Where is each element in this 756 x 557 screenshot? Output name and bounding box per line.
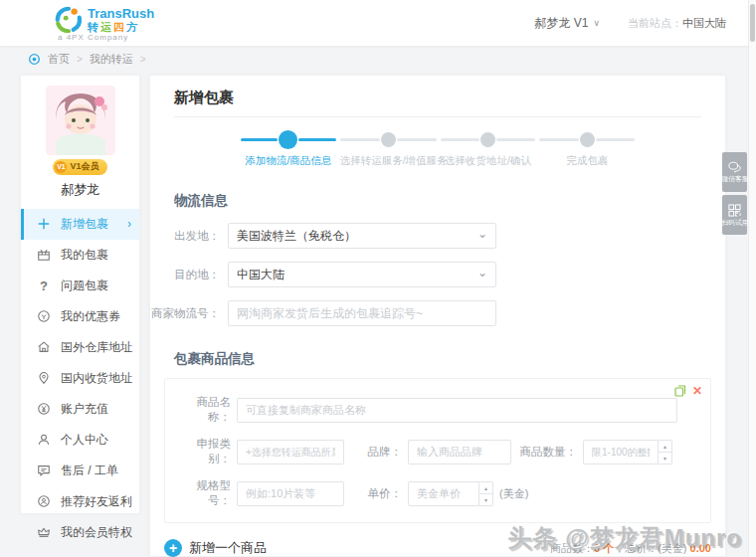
logistics-section-heading: 物流信息 xyxy=(174,192,701,210)
unit-price-input[interactable] xyxy=(408,481,479,506)
recharge-icon xyxy=(36,401,52,417)
origin-value: 美国波特兰（免税仓） xyxy=(237,228,356,245)
main-panel: 新增包裹 添加物流/商品信息 选择转运服务/增值服务 选择收货地址/确认 完成包… xyxy=(149,75,726,557)
sidebar-item-member-privileges[interactable]: 我的会员特权 xyxy=(21,517,139,548)
sidebar-item-coupons[interactable]: 我的优惠券 xyxy=(21,301,139,332)
unit-price-label: 单价： xyxy=(358,486,408,501)
plus-icon xyxy=(36,216,52,232)
add-product-label: 新增一个商品 xyxy=(189,539,267,557)
warehouse-icon xyxy=(36,339,52,355)
sidebar-item-label: 国内收货地址 xyxy=(61,370,132,387)
user-icon xyxy=(36,432,52,448)
product-name-label: 商品名称： xyxy=(175,395,237,425)
referral-icon xyxy=(36,493,52,509)
spinner-down-icon[interactable]: ▾ xyxy=(479,494,492,505)
sidebar-item-problem-packages[interactable]: ? 问题包裹 xyxy=(21,271,139,301)
step-dot xyxy=(480,132,495,147)
crown-icon xyxy=(36,524,52,540)
logo-swirl-icon xyxy=(54,5,84,35)
sidebar-item-label: 国外仓库地址 xyxy=(61,339,132,356)
user-dropdown[interactable]: 郝梦龙 V1 ∨ xyxy=(534,15,600,32)
step-label: 添加物流/商品信息 xyxy=(241,154,336,168)
destination-label: 目的地： xyxy=(150,268,228,282)
spec-model-input[interactable] xyxy=(237,481,344,506)
coupon-icon xyxy=(36,308,52,324)
wechat-service-icon xyxy=(728,161,742,173)
sidebar-item-recharge[interactable]: 账户充值 xyxy=(21,394,139,425)
vip-badge-label: V1会员 xyxy=(70,160,98,173)
sidebar-item-label: 问题包裹 xyxy=(61,278,108,294)
step-dot xyxy=(381,132,396,147)
goods-section-heading: 包裹商品信息 xyxy=(174,350,701,368)
breadcrumb-current[interactable]: 我的转运 xyxy=(90,52,133,67)
origin-select[interactable]: 美国波特兰（免税仓） ⌄ xyxy=(228,223,496,249)
package-icon xyxy=(36,247,52,263)
question-icon: ? xyxy=(36,278,52,293)
brand-subtitle: a 4PX Company xyxy=(58,33,128,42)
sidebar-item-label: 账户充值 xyxy=(61,401,108,418)
avatar xyxy=(46,86,115,155)
step-3: 选择收货地址/确认 xyxy=(441,129,536,168)
breadcrumb-home[interactable]: 首页 xyxy=(48,52,70,67)
sidebar-item-domestic-address[interactable]: 国内收货地址 xyxy=(21,363,139,394)
step-2: 选择转运服务/增值服务 xyxy=(340,129,437,168)
step-label: 选择转运服务/增值服务 xyxy=(340,154,437,168)
spinner-up-icon[interactable]: ▴ xyxy=(659,441,671,453)
qr-trial-button[interactable]: 扫码试用 xyxy=(722,195,747,235)
quantity-input[interactable] xyxy=(583,440,659,464)
sidebar-item-my-packages[interactable]: 我的包裹 xyxy=(21,240,139,271)
floating-button-label: 微信客服 xyxy=(721,176,748,183)
step-label: 选择收货地址/确认 xyxy=(441,154,536,168)
plus-circle-icon: + xyxy=(164,539,182,557)
sidebar-item-overseas-warehouse[interactable]: 国外仓库地址 xyxy=(21,332,139,363)
sidebar-menu: 新增包裹 › 我的包裹 ? 问题包裹 我的优惠券 国外仓库地址 xyxy=(21,209,139,548)
sidebar-username: 郝梦龙 xyxy=(21,181,139,199)
unit-price-stepper: ▴ ▾ xyxy=(408,481,493,506)
sidebar: V1 V1会员 郝梦龙 新增包裹 › 我的包裹 ? 问题包裹 我的优惠券 xyxy=(20,75,140,514)
chevron-down-icon: ⌄ xyxy=(477,266,487,279)
declare-category-input[interactable] xyxy=(237,440,344,464)
page-title: 新增包裹 xyxy=(174,76,701,117)
step-1: 添加物流/商品信息 xyxy=(241,129,336,168)
sidebar-item-label: 售后 / 工单 xyxy=(61,463,118,479)
quantity-stepper: ▴ ▾ xyxy=(583,440,672,464)
origin-label: 出发地： xyxy=(150,229,228,244)
remove-product-icon[interactable]: ✕ xyxy=(692,385,702,397)
spinner-down-icon[interactable]: ▾ xyxy=(659,453,671,464)
sidebar-item-personal-center[interactable]: 个人中心 xyxy=(21,425,139,456)
scrollbar-thumb[interactable] xyxy=(750,4,755,42)
tracking-number-input[interactable] xyxy=(228,300,496,326)
chevron-down-icon: ∨ xyxy=(593,18,600,28)
qr-code-icon xyxy=(728,204,741,217)
current-site: 当前站点：中国大陆 xyxy=(628,16,726,31)
breadcrumb-separator: > xyxy=(77,54,83,65)
duplicate-product-icon[interactable] xyxy=(674,385,686,397)
step-4: 完成包裹 xyxy=(539,129,635,168)
destination-select[interactable]: 中国大陆 ⌄ xyxy=(228,262,496,287)
product-name-input[interactable] xyxy=(237,398,677,423)
breadcrumb: 首页 > 我的转运 > xyxy=(0,46,146,72)
aftersale-icon xyxy=(36,463,52,478)
chevron-down-icon: ⌄ xyxy=(477,227,487,241)
location-pin-icon xyxy=(36,370,52,386)
brand-name-cn: 转运四方 xyxy=(88,21,154,33)
sidebar-item-label: 我的会员特权 xyxy=(61,524,132,541)
declare-category-label: 申报类别： xyxy=(175,437,237,466)
sidebar-item-aftersale[interactable]: 售后 / 工单 xyxy=(21,456,139,486)
sidebar-item-referral[interactable]: 推荐好友返利 xyxy=(21,486,139,517)
sidebar-item-add-package[interactable]: 新增包裹 › xyxy=(21,209,139,240)
page-scrollbar[interactable] xyxy=(748,0,756,557)
brand-input[interactable] xyxy=(408,440,511,464)
quantity-label: 商品数量： xyxy=(519,445,583,460)
price-currency-note: (美金) xyxy=(499,486,528,501)
spinner-up-icon[interactable]: ▴ xyxy=(479,482,492,494)
sidebar-item-label: 推荐好友返利 xyxy=(61,493,132,510)
tracking-number-label: 商家物流号： xyxy=(150,306,228,321)
vip-badge: V1 V1会员 xyxy=(53,159,106,175)
sidebar-item-label: 新增包裹 xyxy=(61,216,108,233)
brand-label: 品牌： xyxy=(358,445,408,460)
wechat-service-button[interactable]: 微信客服 xyxy=(722,152,747,192)
add-product-button[interactable]: + 新增一个商品 xyxy=(164,539,267,557)
watermark: 头条 @梦龙君Munro xyxy=(508,522,742,554)
quantity-spin-buttons: ▴ ▾ xyxy=(659,440,672,464)
